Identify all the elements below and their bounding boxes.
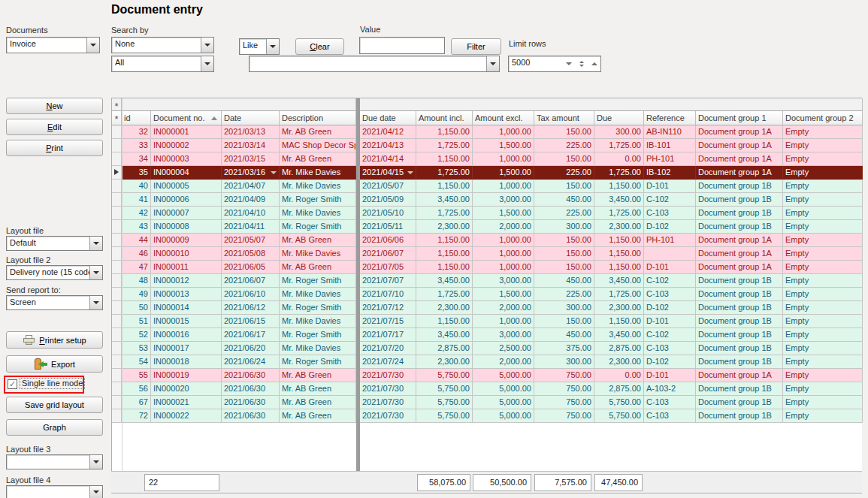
grid-cell-date[interactable]: 2021/03/13 xyxy=(222,125,280,139)
layout-file-select[interactable]: Default xyxy=(6,236,103,251)
grid-cell-date[interactable]: 2021/03/15 xyxy=(222,152,280,166)
spinner-up-down-icon[interactable] xyxy=(575,56,588,71)
grid-cell-date[interactable]: 2021/06/07 xyxy=(222,274,280,288)
grid-cell-date[interactable]: 2021/06/20 xyxy=(222,342,280,355)
grid-cell-document-group-1[interactable]: Document group 1A xyxy=(696,234,783,247)
layout-file-2-select[interactable]: Delivery note (15 code xyxy=(6,265,103,280)
match-mode-select[interactable]: Like xyxy=(239,38,280,55)
grid-cell-id[interactable]: 53 xyxy=(122,342,151,355)
grid-cell-date[interactable]: 2021/06/15 xyxy=(222,315,280,328)
grid-cell-amount-incl[interactable]: 5,750.00 xyxy=(416,369,473,382)
table-row[interactable]: 43IN0000082021/04/11Mr. Roger Smith2021/… xyxy=(112,220,863,234)
grid-cell-due-date[interactable]: 2021/05/09 xyxy=(360,193,416,207)
grid-cell-document-no[interactable]: IN000014 xyxy=(151,301,222,315)
table-row[interactable]: 55IN0000192021/06/30Mr. AB Green2021/07/… xyxy=(112,369,863,382)
print-button[interactable]: Print xyxy=(6,140,103,156)
grid-cell-document-no[interactable]: IN000006 xyxy=(151,193,222,207)
grid-cell-due-date[interactable]: 2021/04/12 xyxy=(360,125,416,139)
grid-cell-id[interactable]: 50 xyxy=(122,301,151,315)
grid-cell-document-group-2[interactable]: Empty xyxy=(783,220,863,234)
grid-cell-description[interactable]: MAC Shop Decor Sp xyxy=(280,139,356,152)
grid-cell-amount-excl[interactable]: 5,000.00 xyxy=(473,409,534,423)
table-row[interactable]: 52IN0000162021/06/17Mr. Roger Smith2021/… xyxy=(112,328,863,342)
grid-cell-due[interactable]: 1,150.00 xyxy=(594,261,644,274)
grid-cell-document-no[interactable]: IN000017 xyxy=(151,342,222,355)
grid-cell-tax-amount[interactable]: 300.00 xyxy=(534,301,594,315)
column-header-reference[interactable]: Reference xyxy=(644,111,696,125)
grid-cell-amount-incl[interactable]: 1,150.00 xyxy=(416,180,473,193)
grid-cell-amount-excl[interactable]: 3,000.00 xyxy=(473,193,534,207)
grid-cell-reference[interactable]: PH-101 xyxy=(644,152,696,166)
grid-cell-document-group-1[interactable]: Document group 1B xyxy=(696,396,783,409)
table-row[interactable]: 48IN0000122021/06/07Mr. Roger Smith2021/… xyxy=(112,274,863,288)
grid-cell-due[interactable]: 3,450.00 xyxy=(594,193,644,207)
grid-cell-id[interactable]: 52 xyxy=(122,328,151,342)
grid-cell-amount-incl[interactable]: 1,150.00 xyxy=(416,315,473,328)
grid-cell-tax-amount[interactable]: 375.00 xyxy=(534,342,594,355)
grid-cell-description[interactable]: Mr. AB Green xyxy=(280,382,356,396)
grid-cell-description[interactable]: Mr. AB Green xyxy=(280,369,356,382)
grid-cell-reference[interactable] xyxy=(644,247,696,261)
grid-cell-document-group-2[interactable]: Empty xyxy=(783,207,863,220)
grid-cell-tax-amount[interactable]: 225.00 xyxy=(534,207,594,220)
grid-cell-id[interactable]: 51 xyxy=(122,315,151,328)
grid-cell-amount-incl[interactable]: 1,150.00 xyxy=(416,247,473,261)
table-row[interactable]: 46IN0000102021/05/08Mr. Mike Davies2021/… xyxy=(112,247,863,261)
grid-cell-description[interactable]: Mr. Mike Davies xyxy=(280,247,356,261)
table-row[interactable]: 49IN0000132021/06/10Mr. Mike Davies2021/… xyxy=(112,288,863,301)
grid-cell-tax-amount[interactable]: 750.00 xyxy=(534,396,594,409)
grid-cell-document-no[interactable]: IN000015 xyxy=(151,315,222,328)
grid-cell-due[interactable]: 1,725.00 xyxy=(594,288,644,301)
grid-cell-date[interactable]: 2021/06/10 xyxy=(222,288,280,301)
grid-cell-amount-incl[interactable]: 1,150.00 xyxy=(416,152,473,166)
value-input[interactable] xyxy=(359,37,445,54)
table-row[interactable]: 41IN0000062021/04/09Mr. Roger Smith2021/… xyxy=(112,193,863,207)
grid-cell-amount-incl[interactable]: 1,725.00 xyxy=(416,139,473,152)
grid-cell-description[interactable]: Mr. Roger Smith xyxy=(280,220,356,234)
grid-cell-id[interactable]: 41 xyxy=(122,193,151,207)
save-grid-layout-button[interactable]: Save grid layout xyxy=(6,397,103,413)
grid-cell-amount-incl[interactable]: 2,300.00 xyxy=(416,355,473,369)
grid-cell-description[interactable]: Mr. AB Green xyxy=(280,396,356,409)
chevron-down-icon[interactable] xyxy=(89,296,102,309)
grid-cell-tax-amount[interactable]: 750.00 xyxy=(534,409,594,423)
grid-cell-description[interactable]: Mr. Mike Davies xyxy=(280,342,356,355)
grid-cell-reference[interactable]: A-103-2 xyxy=(644,382,696,396)
grid-cell-document-group-1[interactable]: Document group 1B xyxy=(696,342,783,355)
grid-cell-amount-excl[interactable]: 3,000.00 xyxy=(473,328,534,342)
grid-cell-document-group-1[interactable]: Document group 1A xyxy=(696,247,783,261)
grid-cell-due-date[interactable]: 2021/05/07 xyxy=(360,180,416,193)
grid-cell-tax-amount[interactable]: 450.00 xyxy=(534,328,594,342)
grid-cell-description[interactable]: Mr. Roger Smith xyxy=(280,328,356,342)
frozen-columns-divider[interactable] xyxy=(356,98,360,472)
chevron-down-icon[interactable] xyxy=(266,39,279,54)
grid-cell-reference[interactable]: D-101 xyxy=(644,261,696,274)
grid-cell-tax-amount[interactable]: 750.00 xyxy=(534,369,594,382)
grid-cell-due-date[interactable]: 2021/07/30 xyxy=(360,369,416,382)
grid-cell-due[interactable]: 1,150.00 xyxy=(594,247,644,261)
grid-cell-document-group-1[interactable]: Document group 1A xyxy=(696,166,783,180)
table-row[interactable]: 54IN0000182021/06/24Mr. Roger Smith2021/… xyxy=(112,355,863,369)
grid-cell-document-group-2[interactable]: Empty xyxy=(783,369,863,382)
grid-cell-due[interactable]: 1,725.00 xyxy=(594,207,644,220)
column-header-document-group-2[interactable]: Document group 2 xyxy=(783,111,863,125)
grid-cell-amount-incl[interactable]: 5,750.00 xyxy=(416,396,473,409)
grid-cell-document-group-1[interactable]: Document group 1B xyxy=(696,220,783,234)
grid-cell-document-group-2[interactable]: Empty xyxy=(783,301,863,315)
grid-cell-due[interactable]: 5,750.00 xyxy=(594,396,644,409)
grid-cell-id[interactable]: 44 xyxy=(122,234,151,247)
grid-cell-document-group-2[interactable]: Empty xyxy=(783,139,863,152)
grid-cell-amount-excl[interactable]: 5,000.00 xyxy=(473,369,534,382)
dropdown-icon[interactable] xyxy=(562,56,575,71)
layout-file-4-select[interactable] xyxy=(6,485,103,498)
grid-cell-reference[interactable]: AB-IN110 xyxy=(644,125,696,139)
grid-cell-document-no[interactable]: IN000004 xyxy=(151,166,222,180)
cell-dropdown-icon[interactable] xyxy=(271,171,277,174)
grid-cell-reference[interactable]: C-102 xyxy=(644,328,696,342)
limit-rows-spinner[interactable]: 5000 xyxy=(508,56,601,72)
grid-cell-date[interactable]: 2021/06/30 xyxy=(222,382,280,396)
grid-cell-document-no[interactable]: IN000005 xyxy=(151,180,222,193)
grid-cell-reference[interactable]: D-102 xyxy=(644,301,696,315)
grid-cell-document-group-1[interactable]: Document group 1A xyxy=(696,261,783,274)
column-header-description[interactable]: Description xyxy=(280,111,356,125)
